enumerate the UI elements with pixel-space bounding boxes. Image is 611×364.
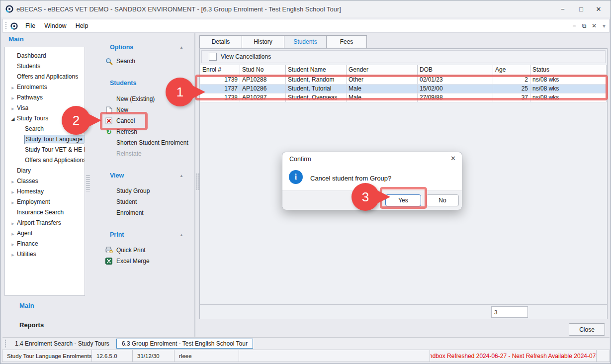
close-window-button[interactable]: ✕ — [592, 3, 606, 14]
mdi-restore-icon[interactable]: ⧉ — [579, 22, 589, 29]
expand-arrow-icon[interactable] — [9, 219, 17, 226]
action-excel-merge[interactable]: Excel Merge — [98, 256, 193, 266]
tab-history[interactable]: History — [242, 35, 284, 48]
section-header-options[interactable]: Options ▲ — [98, 42, 187, 52]
mdi-close-icon[interactable]: ✕ — [589, 22, 599, 29]
navbar-section-main[interactable]: Main — [19, 302, 34, 309]
expand-arrow-icon[interactable] — [9, 251, 17, 258]
mdi-minimize-icon[interactable]: − — [569, 22, 579, 29]
sidebar-item-offers-and-applications[interactable]: Offers and Applications — [5, 71, 85, 82]
collapse-section-icon[interactable]: ▲ — [179, 233, 183, 237]
blank-icon — [105, 139, 113, 147]
info-icon: i — [289, 170, 303, 184]
callout-tail — [192, 86, 205, 98]
collapse-section-icon[interactable]: ▲ — [179, 45, 183, 50]
sidebar-item-agent[interactable]: Agent — [5, 228, 85, 238]
minimize-button[interactable]: − — [556, 3, 570, 14]
sidebar-navigation-tree: Dashboard Students Offers and Applicatio… — [4, 47, 85, 296]
action-view-student[interactable]: Student — [98, 197, 193, 207]
expand-arrow-icon[interactable] — [9, 104, 17, 111]
blank-icon — [105, 95, 113, 103]
expand-arrow-icon[interactable] — [9, 188, 17, 195]
column-header-gender[interactable]: Gender — [347, 65, 418, 75]
dialog-close-icon[interactable]: ✕ — [450, 155, 456, 162]
menu-bar: File Window Help − ⧉ ✕ ▾ — [2, 19, 610, 33]
doctab-grip-handle[interactable] — [4, 339, 7, 348]
sidebar-item-classes[interactable]: Classes — [5, 176, 85, 186]
column-header-dob[interactable]: DOB — [418, 65, 493, 75]
sidebar-item-study-tour-language-enrolments[interactable]: Study Tour Language E — [5, 134, 85, 144]
toolbar-options-chevron-icon[interactable]: ▾ — [599, 22, 609, 29]
expand-arrow-icon[interactable] — [9, 84, 17, 91]
close-button[interactable]: Close — [569, 323, 605, 336]
no-button[interactable]: No — [426, 194, 459, 206]
sidebar-item-enrolments[interactable]: Enrolments — [5, 82, 85, 92]
blank-icon — [105, 198, 113, 206]
status-panel-name: Study Tour Language Enrolments — [2, 350, 92, 362]
action-view-enrolment[interactable]: Enrolment — [98, 208, 193, 218]
view-cancellations-checkbox[interactable] — [209, 53, 217, 61]
tab-fees[interactable]: Fees — [326, 35, 367, 48]
search-icon — [105, 57, 113, 65]
menu-file[interactable]: File — [21, 22, 40, 29]
menu-help[interactable]: Help — [71, 22, 93, 29]
tab-details[interactable]: Details — [199, 35, 242, 48]
action-view-study-group[interactable]: Study Group — [98, 186, 193, 196]
sidebar-item-diary[interactable]: Diary — [5, 165, 85, 176]
title-bar: eBECAS - eBECAS VET DEMO - SANDBOX ENVIR… — [0, 0, 611, 17]
doc-tab-group-enrolment[interactable]: 6.3 Group Enrolment - Test English Schoo… — [116, 339, 253, 349]
status-date: 31/12/30 — [133, 350, 175, 362]
status-bar: Study Tour Language Enrolments 12.6.5.0 … — [2, 350, 610, 362]
column-header-status[interactable]: Status — [530, 65, 607, 75]
status-version: 12.6.5.0 — [92, 350, 133, 362]
navbar-section-reports[interactable]: Reports — [19, 321, 44, 329]
action-shorten-student-enrolment[interactable]: Shorten Student Enrolment — [98, 138, 193, 148]
expand-arrow-icon[interactable] — [9, 94, 17, 101]
dialog-message: Cancel student from Group? — [310, 175, 391, 182]
callout-tail — [88, 114, 101, 127]
expand-arrow-icon[interactable] — [9, 240, 17, 247]
collapse-section-icon[interactable]: ▲ — [179, 174, 183, 178]
maximize-button[interactable]: □ — [574, 3, 588, 14]
tab-students[interactable]: Students — [284, 35, 327, 48]
collapse-arrow-icon[interactable] — [9, 115, 17, 122]
window-title: eBECAS - eBECAS VET DEMO - SANDBOX ENVIR… — [16, 5, 341, 13]
sidebar-item-dashboard[interactable]: Dashboard — [5, 50, 85, 61]
sidebar-item-employment[interactable]: Employment — [5, 196, 85, 207]
column-header-student-name[interactable]: Student Name — [286, 65, 347, 75]
toolbar-grip-handle[interactable] — [5, 21, 7, 30]
sidebar-splitter-handle[interactable] — [86, 175, 90, 191]
expand-arrow-icon[interactable] — [9, 230, 17, 237]
column-header-age[interactable]: Age — [493, 65, 530, 75]
sidebar-item-students[interactable]: Students — [5, 61, 85, 71]
section-header-view[interactable]: View ▲ — [98, 171, 187, 181]
action-quick-print[interactable]: Quick Print — [98, 245, 193, 255]
print-icon — [105, 246, 113, 254]
sidebar-item-study-tour-vet-he-enrolments[interactable]: Study Tour VET & HE Er — [5, 144, 85, 155]
doc-tab-enrolment-search[interactable]: 1.4 Enrolment Search - Study Tours — [10, 339, 114, 349]
grid-footer-strip — [200, 304, 607, 319]
view-cancellations-label: View Cancellations — [221, 53, 271, 60]
sidebar-item-study-tours-offers-and-applications[interactable]: Offers and Applications — [5, 155, 85, 165]
action-reinstate: Reinstate — [98, 149, 193, 159]
sidebar-item-insurance-search[interactable]: Insurance Search — [5, 207, 85, 217]
document-tab-bar: 1.4 Enrolment Search - Study Tours 6.3 G… — [2, 337, 610, 350]
sidebar-item-airport-transfers[interactable]: Airport Transfers — [5, 217, 85, 228]
section-header-print[interactable]: Print ▲ — [98, 230, 187, 240]
sidebar-item-utilities[interactable]: Utilities — [5, 249, 85, 259]
annotation-callout-1: 1 — [166, 78, 194, 106]
sidebar-item-homestay[interactable]: Homestay — [5, 186, 85, 196]
ebecas-menu-logo-icon — [10, 22, 18, 30]
callout-tail — [377, 190, 390, 203]
action-search[interactable]: Search — [98, 56, 193, 66]
column-header-enrol[interactable]: Enrol # — [200, 65, 240, 75]
expand-arrow-icon[interactable] — [9, 178, 17, 184]
ebecas-window: eBECAS - eBECAS VET DEMO - SANDBOX ENVIR… — [0, 0, 611, 364]
expand-arrow-icon[interactable] — [9, 198, 17, 205]
annotation-rect-rows — [195, 75, 608, 100]
column-header-stud-no[interactable]: Stud No — [240, 65, 286, 75]
menu-window[interactable]: Window — [40, 22, 71, 29]
sidebar-item-pathways[interactable]: Pathways — [5, 92, 85, 102]
status-spacer — [239, 350, 430, 362]
sidebar-item-finance[interactable]: Finance — [5, 238, 85, 249]
